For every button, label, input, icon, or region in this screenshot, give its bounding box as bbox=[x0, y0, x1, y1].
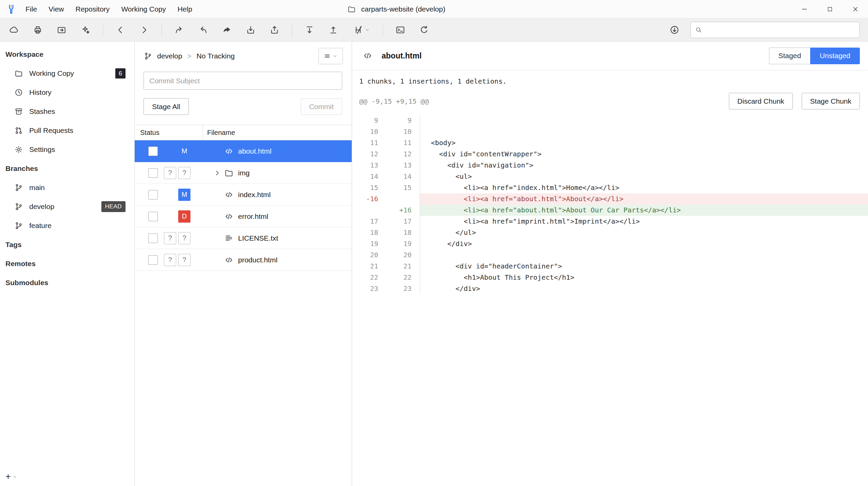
close-button[interactable] bbox=[842, 0, 868, 18]
diff-line-added: +16 <li><a href="about.html">About Our C… bbox=[352, 205, 868, 216]
branch-options-button[interactable] bbox=[318, 48, 343, 64]
line-number-gutter: 1818 bbox=[352, 227, 420, 238]
toolbar-push-button[interactable] bbox=[323, 20, 344, 39]
fetch-icon bbox=[669, 25, 680, 35]
file-row-index-html[interactable]: Mindex.html bbox=[135, 184, 352, 206]
expand-chevron-icon[interactable] bbox=[213, 169, 224, 177]
toolbar-stash-save-button[interactable] bbox=[240, 20, 261, 39]
add-repository-button[interactable]: + bbox=[5, 471, 17, 482]
tab-staged[interactable]: Staged bbox=[769, 48, 811, 64]
toolbar-pull-button[interactable] bbox=[299, 20, 320, 39]
current-branch-label[interactable]: develop bbox=[157, 52, 182, 60]
file-row-error-html[interactable]: Derror.html bbox=[135, 206, 352, 227]
diff-line-context: 2121 <div id="headerContainer"> bbox=[352, 261, 868, 272]
toolbar-terminal-button[interactable] bbox=[390, 20, 411, 39]
status-cell: ?? bbox=[135, 232, 203, 244]
menu-view[interactable]: View bbox=[43, 0, 70, 18]
sidebar-item-develop[interactable]: developHEAD bbox=[0, 197, 134, 216]
text-file-icon bbox=[224, 233, 234, 243]
window-title: carparts-website (develop) bbox=[347, 5, 445, 14]
sidebar-item-pull-requests[interactable]: Pull Requests bbox=[0, 121, 134, 140]
push-icon bbox=[328, 25, 338, 35]
minimize-button[interactable] bbox=[791, 0, 817, 18]
file-row-license-txt[interactable]: ??LICENSE.txt bbox=[135, 227, 352, 249]
toolbar-gitflow-button[interactable] bbox=[347, 20, 376, 39]
toolbar-sparkles-button[interactable] bbox=[75, 20, 96, 39]
toolbar-stash-pop-button[interactable] bbox=[264, 20, 285, 39]
commit-button[interactable]: Commit bbox=[301, 98, 342, 115]
status-badge-question: ? bbox=[178, 232, 190, 244]
tab-unstaged[interactable]: Unstaged bbox=[810, 48, 860, 64]
toolbar-refresh-button[interactable] bbox=[414, 20, 435, 39]
menu-repository[interactable]: Repository bbox=[70, 0, 115, 18]
sidebar-item-label: develop bbox=[29, 203, 54, 211]
toolbar-share-button[interactable] bbox=[169, 20, 190, 39]
commit-subject-input[interactable] bbox=[144, 72, 342, 90]
stage-checkbox[interactable] bbox=[148, 146, 158, 156]
code-text: <div id="headerContainer"> bbox=[420, 261, 868, 272]
diff-line-removed: -16 <li><a href="about.html">About</a></… bbox=[352, 193, 868, 205]
toolbar-repo-open-button[interactable] bbox=[51, 20, 72, 39]
stage-checkbox[interactable] bbox=[148, 255, 158, 265]
status-badge-selected: M bbox=[178, 145, 190, 157]
old-line-number: 18 bbox=[352, 227, 378, 238]
toolbar-nav-forward-button[interactable] bbox=[134, 20, 155, 39]
menu-working-copy[interactable]: Working Copy bbox=[115, 0, 172, 18]
stage-checkbox[interactable] bbox=[148, 190, 158, 199]
sidebar-section-branches[interactable]: Branches bbox=[0, 159, 134, 178]
sidebar-item-feature[interactable]: feature bbox=[0, 216, 134, 235]
sidebar-section-tags[interactable]: Tags bbox=[0, 235, 134, 254]
chevron-down-icon bbox=[333, 54, 337, 58]
code-text bbox=[420, 126, 868, 137]
search-input[interactable] bbox=[706, 26, 855, 34]
sidebar-section-workspace[interactable]: Workspace bbox=[0, 45, 134, 64]
column-status[interactable]: Status bbox=[135, 125, 203, 140]
toolbar-nav-back-button[interactable] bbox=[110, 20, 131, 39]
file-row-img[interactable]: ??img bbox=[135, 162, 352, 184]
sidebar-badge-head: HEAD bbox=[101, 201, 126, 212]
toolbar-send-button[interactable] bbox=[216, 20, 237, 39]
diff-line-context: 1111<body> bbox=[352, 137, 868, 149]
line-number-gutter: 1111 bbox=[352, 137, 420, 149]
sidebar-item-history[interactable]: History bbox=[0, 83, 134, 102]
status-slot-unstaged: M bbox=[178, 189, 190, 201]
sidebar-item-working-copy[interactable]: Working Copy6 bbox=[0, 64, 134, 83]
stage-chunk-button[interactable]: Stage Chunk bbox=[802, 93, 860, 109]
fetch-button[interactable] bbox=[664, 20, 685, 39]
branch-icon bbox=[14, 221, 23, 230]
menu-file[interactable]: File bbox=[20, 0, 43, 18]
toolbar-cloud-button[interactable] bbox=[3, 20, 24, 39]
file-row-product-html[interactable]: ??product.html bbox=[135, 249, 352, 271]
diff-file-title: about.html bbox=[382, 51, 422, 60]
chevron-spacer bbox=[213, 190, 224, 199]
tracking-label[interactable]: No Tracking bbox=[197, 52, 235, 60]
chunk-header: @@ -9,15 +9,15 @@ bbox=[359, 97, 429, 105]
toolbar-print-button[interactable] bbox=[27, 20, 48, 39]
menu-help[interactable]: Help bbox=[172, 0, 198, 18]
discard-chunk-button[interactable]: Discard Chunk bbox=[729, 93, 793, 109]
sidebar-item-stashes[interactable]: Stashes bbox=[0, 102, 134, 121]
breadcrumb-separator: > bbox=[187, 52, 191, 60]
filename-cell: img bbox=[203, 162, 352, 184]
new-line-number: +16 bbox=[378, 205, 412, 216]
search-box[interactable] bbox=[690, 22, 860, 38]
stage-all-button[interactable]: Stage All bbox=[144, 98, 189, 115]
old-line-number: 20 bbox=[352, 249, 378, 261]
sidebar-section-remotes[interactable]: Remotes bbox=[0, 254, 134, 273]
app-window: FileViewRepositoryWorking CopyHelp carpa… bbox=[0, 0, 868, 486]
column-filename[interactable]: Filename bbox=[203, 125, 235, 140]
file-row-about-html[interactable]: Mabout.html bbox=[135, 140, 352, 162]
stage-checkbox[interactable] bbox=[148, 168, 158, 178]
sidebar-item-label: Settings bbox=[29, 145, 55, 154]
sidebar-item-main[interactable]: main bbox=[0, 178, 134, 197]
sidebar-item-settings[interactable]: Settings bbox=[0, 140, 134, 159]
new-line-number: 13 bbox=[378, 160, 412, 171]
line-number-gutter: +16 bbox=[352, 205, 420, 216]
stage-checkbox[interactable] bbox=[148, 233, 158, 243]
sidebar-section-submodules[interactable]: Submodules bbox=[0, 273, 134, 292]
stage-checkbox[interactable] bbox=[148, 212, 158, 221]
sparkles-icon bbox=[80, 25, 90, 35]
maximize-button[interactable] bbox=[817, 0, 842, 18]
toolbar-reply-button[interactable] bbox=[193, 20, 214, 39]
repo-open-icon bbox=[56, 25, 67, 35]
